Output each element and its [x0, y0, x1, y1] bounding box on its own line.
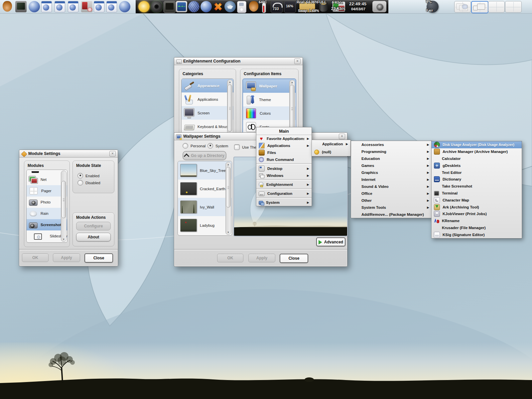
pager-desktop-3[interactable] [488, 1, 505, 13]
category-row-keyboard-mouse[interactable]: Keyboard & Mouse [182, 120, 233, 133]
pager-desktop-4[interactable] [505, 1, 522, 13]
xchat-icon[interactable] [212, 1, 224, 12]
scrollbar-thumb[interactable] [228, 84, 232, 132]
radio-system[interactable]: System [207, 143, 228, 149]
menu-item-system-tools[interactable]: System Tools ▶ [351, 204, 432, 211]
close-icon[interactable]: × [294, 59, 301, 64]
xmms-rabbit-icon[interactable] [249, 1, 258, 12]
menu-item-other[interactable]: Other ▶ [351, 197, 432, 204]
pager-desktop-2-active[interactable] [471, 1, 488, 13]
menu-item-gdesklets[interactable]: gDesklets [432, 162, 522, 169]
terminal-launcher-icon[interactable] [15, 1, 27, 12]
radio-circle[interactable] [77, 180, 83, 186]
menu-item-krusader[interactable]: Krusader (File Manager) [432, 224, 522, 231]
go-up-directory-button[interactable]: Go up a Directory [183, 151, 226, 160]
menu-item-games[interactable]: Games ▶ [351, 162, 432, 169]
radio-personal[interactable]: Personal [183, 143, 205, 149]
menu-item-disk-usage-analyzer[interactable]: Disk Usage Analyzer (Disk Usage Analyzer… [432, 141, 522, 148]
package-installer-icon[interactable] [81, 1, 92, 12]
pager-desktop-1[interactable] [454, 1, 471, 13]
menu-item-sound-video[interactable]: Sound & Video ▶ [351, 183, 432, 190]
menu-item-programming[interactable]: Programming ▶ [351, 148, 432, 155]
menu-item-archive-manager[interactable]: Archive Manager (Archive Manager) [432, 148, 522, 155]
xmms-rabbit-launcher-icon[interactable] [3, 1, 12, 12]
close-icon[interactable]: × [339, 134, 345, 139]
scroll-up-icon[interactable]: ▲ [290, 80, 295, 84]
web-document-icon[interactable] [55, 1, 65, 12]
menu-item-dictionary[interactable]: Dictionary [432, 176, 522, 183]
item-row-wallpaper[interactable]: Wallpaper [243, 79, 296, 93]
scrollbar-thumb[interactable] [226, 167, 230, 207]
wallpaper-row-ivy-wall[interactable]: Ivy_Wall [178, 198, 232, 216]
browser-globe-icon[interactable] [119, 1, 130, 12]
menu-item-favorite-applications[interactable]: ♥ Favorite Applications ▶ [256, 135, 312, 142]
ok-button[interactable]: OK [22, 253, 49, 262]
screenshot-camera-icon[interactable] [372, 1, 386, 12]
radio-circle[interactable] [183, 143, 188, 149]
scrollbar-thumb[interactable] [62, 181, 66, 218]
web-document-icon[interactable] [106, 1, 117, 12]
wallpaper-list-scrollbar[interactable]: ▲ ▼ [225, 162, 231, 235]
scroll-up-icon[interactable]: ▲ [227, 80, 232, 84]
applications-submenu-header[interactable]: Applications ▶ [312, 140, 350, 148]
terminal-icon[interactable] [164, 1, 176, 13]
menu-item-add-remove[interactable]: Add/Remove... (Package Manager) [351, 211, 432, 218]
item-row-theme[interactable]: Theme [243, 93, 296, 106]
browser-globe-icon[interactable] [29, 1, 40, 12]
category-row-applications[interactable]: Applications [182, 92, 233, 106]
wolf-app-icon[interactable] [224, 1, 236, 12]
menu-item-calculator[interactable]: Calculator [432, 155, 522, 162]
wallpaper-row-ladybug[interactable]: Ladybug [178, 216, 232, 234]
menu-item-run-command[interactable]: Run Command [256, 156, 312, 163]
menu-item-files[interactable]: Files [256, 149, 312, 156]
menu-item-terminal[interactable]: Terminal [432, 190, 522, 197]
volume-speaker-icon[interactable] [151, 1, 162, 12]
apply-button[interactable]: Apply [53, 253, 80, 262]
menu-item-office[interactable]: Office ▶ [351, 190, 432, 197]
menu-item-applications[interactable]: Applications ▶ [256, 142, 312, 149]
category-row-appearance[interactable]: Appearance [182, 79, 233, 92]
ipod-icon[interactable] [237, 1, 246, 13]
ok-button[interactable]: OK [217, 254, 243, 262]
radio-circle-selected[interactable] [77, 173, 83, 179]
radio-enabled[interactable]: Enabled [77, 173, 99, 179]
web-document-icon[interactable] [94, 1, 104, 12]
menu-item-education[interactable]: Education ▶ [351, 155, 432, 162]
menu-item-character-map[interactable]: Character Map [432, 197, 522, 203]
radio-disabled[interactable]: Disabled [77, 180, 100, 186]
checkbox-box[interactable] [234, 144, 240, 150]
scroll-down-icon[interactable]: ▼ [61, 237, 66, 241]
scroll-up-icon[interactable]: ▲ [226, 162, 231, 167]
menu-item-enlightenment[interactable]: Enlightenment ▶ [256, 181, 312, 188]
menu-item-krename[interactable]: KRename [432, 217, 522, 224]
web-document-icon[interactable] [68, 1, 78, 12]
menu-item-internet[interactable]: Internet ▶ [351, 176, 432, 183]
menu-item-system[interactable]: System ▶ [256, 199, 312, 206]
menu-item-ksig[interactable]: KSig (Signature Editor) [432, 231, 522, 238]
menu-item-ark[interactable]: Ark (Archiving Tool) [432, 203, 522, 210]
menu-item-kjobviewer[interactable]: KJobViewer (Print Jobs) [432, 210, 522, 217]
menu-item-desktop[interactable]: Desktop ▶ [256, 165, 312, 172]
radio-circle-selected[interactable] [207, 143, 213, 149]
wallpaper-row-blue-sky-tree[interactable]: Blue_Sky_Tree [178, 161, 232, 180]
menu-item-text-editor[interactable]: Text Editor [432, 169, 522, 176]
category-row-screen[interactable]: Screen [182, 106, 233, 120]
web-document-icon[interactable] [41, 1, 52, 12]
close-button[interactable]: Close [84, 253, 113, 263]
scroll-down-icon[interactable]: ▼ [226, 230, 231, 234]
menu-item-configuration[interactable]: Configuration ▶ [256, 190, 312, 197]
browser-globe-icon[interactable] [200, 1, 212, 12]
menu-item-take-screenshot[interactable]: Take Screenshot [432, 183, 522, 190]
advanced-button[interactable]: Advanced [316, 237, 345, 246]
menu-item-null[interactable]: (null) [312, 148, 350, 156]
menu-item-accessories[interactable]: Accessories ▶ [351, 141, 432, 148]
menu-item-windows[interactable]: Windows ▶ [256, 172, 312, 179]
about-button[interactable]: About [76, 233, 111, 241]
item-row-colors[interactable]: Colors [243, 106, 296, 120]
wallpaper-row-cracked-earth[interactable]: Cracked_Earth [178, 180, 232, 198]
network-sphere-icon[interactable] [188, 1, 200, 12]
system-monitor-icon[interactable] [176, 1, 187, 12]
configure-button[interactable]: Configure [76, 222, 111, 230]
modules-scrollbar[interactable]: ▼ [61, 171, 66, 242]
close-icon[interactable]: × [109, 151, 116, 157]
